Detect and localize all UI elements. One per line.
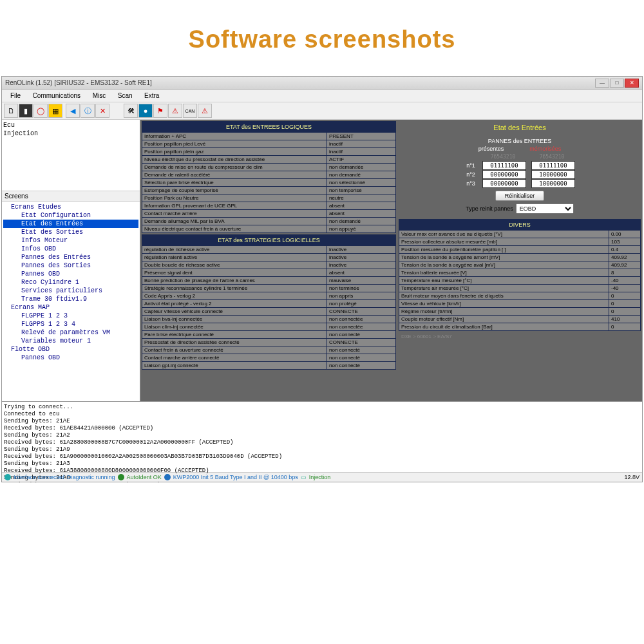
row-value: 0 xyxy=(609,292,640,299)
tool-connect-icon[interactable]: ▮ xyxy=(19,104,33,118)
tool-chip-icon[interactable]: ▦ xyxy=(48,104,62,118)
tool-info-icon[interactable]: ⓘ xyxy=(80,104,95,118)
table-row: Capteur vitesse véhicule connectéCONNECT… xyxy=(142,307,395,315)
app-window: RenOLink (1.52) [SIRIUS32 - EMS3132 - So… xyxy=(1,76,643,482)
tree-item[interactable]: Reco Cylindre 1 xyxy=(3,278,138,287)
minimize-button[interactable]: — xyxy=(595,79,609,88)
tool-record-icon[interactable]: ● xyxy=(138,104,153,118)
tree-item[interactable]: Pannes OBD xyxy=(3,270,138,278)
close-button[interactable]: ✕ xyxy=(625,79,639,88)
table-header: ETAT des ENTREES LOGIQUES xyxy=(142,122,395,132)
table-header: ETAT des STRATEGIES LOGICIELLES xyxy=(142,235,395,245)
row-value: 0.00 xyxy=(609,231,640,238)
table-row: Contact marche arrière connecténon conne… xyxy=(142,354,395,361)
table-row: Liaison bva-inj connectéenon connectée xyxy=(142,315,395,323)
row-label: Liaison clim-inj connectée xyxy=(142,323,327,330)
row-label: Information GPL provenant de UCE GPL xyxy=(142,202,327,209)
maximize-button[interactable]: □ xyxy=(610,79,624,88)
center-panel: ETAT des ENTREES LOGIQUES Information + … xyxy=(140,120,397,401)
tree-item[interactable]: Trame 30 ftdiv1.9 xyxy=(3,295,138,303)
divers-footer: D3E > 60601 > EA/S7 xyxy=(399,332,641,341)
row-label: Position papillon pied Levé xyxy=(142,140,327,147)
tree-item[interactable]: Etat des Sorties xyxy=(3,228,138,236)
row-label: Vitesse du véhicule [km/h] xyxy=(399,300,609,307)
tool-back-icon[interactable]: ◀ xyxy=(66,104,80,118)
tool-flag-icon[interactable]: ⚑ xyxy=(153,104,167,118)
row-label: Température eau mesurée [°C] xyxy=(399,277,609,284)
table-row: Bruit moteur moyen dans fenetre de cliqu… xyxy=(399,292,640,299)
status-kwp: KWP2000 Init 5 Baud Type I and II @ 1040… xyxy=(173,474,298,480)
tree-item[interactable]: Etat des Entrées xyxy=(3,220,138,228)
screens-tree: Ecrans EtudesEtat ConfigurationEtat des … xyxy=(2,202,140,401)
card-icon: ▭ xyxy=(301,474,307,480)
bin-presente: 00000000 xyxy=(482,179,526,188)
table-row: Position papillon pied Levéinactif xyxy=(142,140,395,147)
table-row: Valeur max corr avance due au cliquetis … xyxy=(399,230,640,238)
menu-file[interactable]: File xyxy=(5,91,26,100)
table-row: Vitesse du véhicule [km/h]0 xyxy=(399,299,640,307)
row-label: Pare brise électrique connecté xyxy=(142,331,327,338)
row-value: non connecté xyxy=(327,362,395,369)
row-label: Liaison gpl-inj connecté xyxy=(142,362,327,369)
tool-stop-icon[interactable]: ◯ xyxy=(33,104,48,118)
tree-item[interactable]: FLGPPS 1 2 3 4 xyxy=(3,320,138,328)
tree-item[interactable]: Infos OBD xyxy=(3,245,138,253)
status-voltage: 12.8V xyxy=(624,474,639,480)
row-label: Température air mesurée [°C] xyxy=(399,285,609,292)
tree-item[interactable]: Pannes des Sorties xyxy=(3,261,138,270)
tree-item[interactable]: FLGPPE 1 2 3 xyxy=(3,312,138,320)
menu-scan[interactable]: Scan xyxy=(113,91,138,100)
tree-item[interactable]: Infos Moteur xyxy=(3,236,138,245)
row-label: Présence signal dent xyxy=(142,269,327,276)
reset-button[interactable]: Réinitialiser xyxy=(495,191,545,201)
tool-close-icon[interactable]: ✕ xyxy=(95,104,109,118)
row-value: 103 xyxy=(609,238,640,245)
tree-item[interactable]: Pannes OBD xyxy=(3,354,138,362)
table-header: DIVERS xyxy=(399,220,640,230)
bin-row: n°30000000010000000 xyxy=(464,179,575,188)
table-row: Couple moteur effectif [Nm]410 xyxy=(399,315,640,323)
status-interface: Interface connected xyxy=(14,474,64,480)
tool-new-icon[interactable]: 🗋 xyxy=(4,104,18,118)
bin-row: n°10111110001111100 xyxy=(464,161,575,170)
table-row: Pare brise électrique connecténon connec… xyxy=(142,330,395,338)
row-value: inactif xyxy=(327,140,395,147)
tree-item[interactable]: Variables moteur 1 xyxy=(3,337,138,345)
table-row: Tension batterie mesurée [V]8 xyxy=(399,269,640,276)
table-row: Présence signal dentabsent xyxy=(142,269,395,276)
tool-warn1-icon[interactable]: ⚠ xyxy=(168,104,182,118)
row-value: inactive xyxy=(327,246,395,253)
tree-item[interactable]: Etat Configuration xyxy=(3,211,138,220)
ecu-item[interactable]: Ecu xyxy=(3,121,138,129)
row-value: 410 xyxy=(609,316,640,323)
ecu-item[interactable]: Injection xyxy=(3,129,138,138)
row-value: ACTIF xyxy=(327,156,395,163)
tool-can-icon[interactable]: CAN xyxy=(183,104,197,118)
row-label: Tension de la sonde à oxygène amont [mV] xyxy=(399,254,609,261)
tool-tools-icon[interactable]: 🛠 xyxy=(124,104,138,118)
row-label: Valeur max corr avance due au cliquetis … xyxy=(399,231,609,238)
row-value: 409.92 xyxy=(609,261,640,269)
menu-bar: File Communications Misc Scan Extra xyxy=(2,90,642,102)
tool-warn2-icon[interactable]: ⚠ xyxy=(198,104,212,118)
status-injection: Injection xyxy=(309,474,331,480)
tree-item[interactable]: Flotte OBD xyxy=(3,345,138,354)
menu-misc[interactable]: Misc xyxy=(88,91,111,100)
row-label: Niveau électrique contact frein à ouvert… xyxy=(142,225,327,232)
tree-item[interactable]: Relevé de paramètres VM xyxy=(3,328,138,337)
log-panel: Trying to connect... Connected to ecu Se… xyxy=(2,401,642,472)
row-label: Position papillon plein gaz xyxy=(142,148,327,155)
tree-item[interactable]: Pannes des Entrées xyxy=(3,253,138,261)
tree-item[interactable]: Services particuliers xyxy=(3,287,138,295)
tree-item[interactable]: Ecrans MAP xyxy=(3,303,138,312)
row-label: Demande de mise en route du compresseur … xyxy=(142,164,327,171)
row-value: neutre xyxy=(327,194,395,202)
menu-extra[interactable]: Extra xyxy=(139,91,164,100)
table-row: Niveau électrique contact frein à ouvert… xyxy=(142,225,395,232)
type-select[interactable]: EOBD xyxy=(516,204,574,214)
row-label: régulation de richesse active xyxy=(142,246,327,253)
tree-item[interactable]: Ecrans Etudes xyxy=(3,203,138,211)
table-row: Tension de la sonde à oxygène aval [mV]4… xyxy=(399,261,640,269)
menu-communications[interactable]: Communications xyxy=(28,91,86,100)
row-value: inactive xyxy=(327,261,395,269)
